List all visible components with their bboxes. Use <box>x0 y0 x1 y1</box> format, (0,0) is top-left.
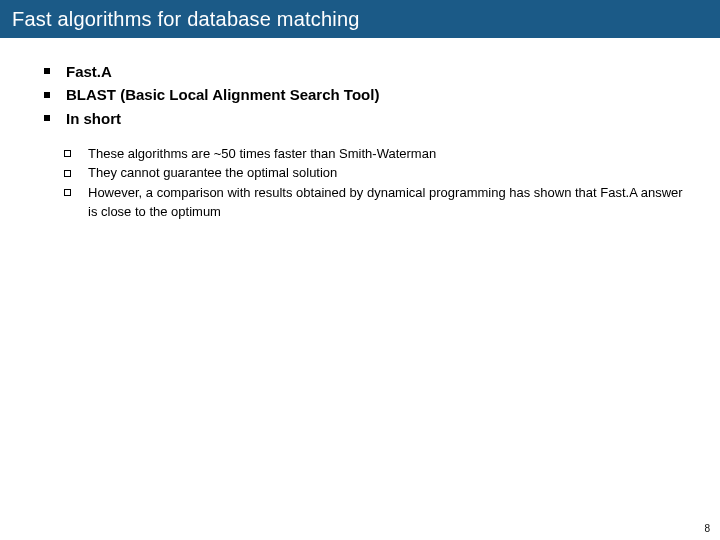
list-item-text: In short <box>66 110 121 127</box>
slide-title: Fast algorithms for database matching <box>12 8 360 31</box>
page-number: 8 <box>704 523 710 534</box>
list-item: They cannot guarantee the optimal soluti… <box>64 163 692 183</box>
list-item: However, a comparison with results obtai… <box>64 183 692 222</box>
slide: Fast algorithms for database matching Fa… <box>0 0 720 540</box>
list-item-text: Fast.A <box>66 63 112 80</box>
list-item: These algorithms are ~50 times faster th… <box>64 144 692 164</box>
list-item: BLAST (Basic Local Alignment Search Tool… <box>44 83 692 106</box>
list-item: In short <box>44 107 692 130</box>
title-bar: Fast algorithms for database matching <box>0 0 720 38</box>
list-item-text: They cannot guarantee the optimal soluti… <box>88 165 337 180</box>
bullet-list-level2: These algorithms are ~50 times faster th… <box>44 144 692 222</box>
list-item: Fast.A <box>44 60 692 83</box>
bullet-list-level1: Fast.A BLAST (Basic Local Alignment Sear… <box>44 60 692 130</box>
list-item-text: However, a comparison with results obtai… <box>88 185 683 220</box>
slide-body: Fast.A BLAST (Basic Local Alignment Sear… <box>0 38 720 222</box>
list-item-text: These algorithms are ~50 times faster th… <box>88 146 436 161</box>
list-item-text: BLAST (Basic Local Alignment Search Tool… <box>66 86 379 103</box>
